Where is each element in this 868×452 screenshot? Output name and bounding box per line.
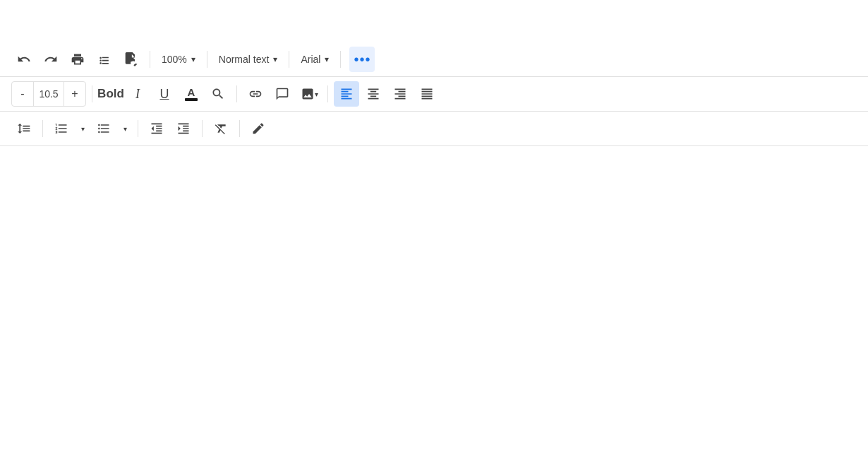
italic-button[interactable]: I	[125, 81, 150, 107]
divider8	[42, 120, 43, 137]
unordered-list-button[interactable]	[91, 116, 116, 141]
underline-button[interactable]: U	[152, 81, 177, 107]
image-icon	[301, 87, 315, 101]
format-options-icon	[97, 52, 111, 66]
plus-icon: +	[71, 88, 78, 100]
align-justify-button[interactable]	[414, 81, 440, 107]
paint-format-button[interactable]	[119, 47, 144, 72]
edit-mode-button[interactable]	[246, 116, 271, 141]
align-right-button[interactable]	[387, 81, 413, 107]
minus-icon: -	[20, 88, 24, 100]
text-color-bar	[185, 98, 198, 101]
paragraph-dropdown-arrow: ▾	[273, 54, 277, 64]
align-left-icon	[339, 87, 354, 101]
edit-icon	[251, 121, 265, 136]
bold-icon: Bold	[97, 87, 124, 101]
image-dropdown-arrow: ▾	[315, 90, 318, 98]
highlight-icon	[211, 87, 225, 101]
highlight-button[interactable]	[205, 81, 231, 107]
divider11	[239, 120, 240, 137]
font-size-input[interactable]	[33, 81, 64, 107]
line-spacing-button[interactable]	[11, 116, 37, 141]
paint-format-icon	[124, 52, 138, 66]
font-dropdown-arrow: ▾	[325, 54, 329, 64]
divider1	[150, 51, 150, 68]
toolbar-row3: ▾ ▾	[0, 112, 868, 146]
paragraph-style-value: Normal text	[219, 54, 270, 65]
line-spacing-icon	[17, 121, 31, 136]
underline-icon: U	[160, 87, 169, 102]
zoom-dropdown-arrow: ▾	[191, 54, 195, 64]
redo-button[interactable]	[38, 47, 64, 72]
ordered-list-dropdown[interactable]: ▾	[76, 116, 90, 141]
align-justify-icon	[420, 87, 434, 101]
align-center-button[interactable]	[361, 81, 386, 107]
zoom-value: 100%	[162, 54, 187, 65]
increase-indent-button[interactable]	[171, 116, 196, 141]
insert-comment-button[interactable]	[270, 81, 295, 107]
font-select[interactable]: Arial ▾	[295, 47, 334, 72]
toolbar-row1: 100% ▾ Normal text ▾ Arial ▾ •••	[0, 42, 868, 77]
decrease-indent-icon	[150, 121, 164, 136]
divider5	[92, 85, 92, 102]
link-icon	[248, 87, 263, 101]
font-size-increase-button[interactable]: +	[64, 81, 85, 107]
align-left-button[interactable]	[334, 81, 359, 107]
print-button[interactable]	[65, 47, 90, 72]
insert-link-button[interactable]	[243, 81, 268, 107]
clear-formatting-icon	[214, 121, 228, 136]
format-options-button[interactable]	[92, 47, 117, 72]
paragraph-style-select[interactable]: Normal text ▾	[213, 47, 284, 72]
font-size-control: - +	[11, 81, 86, 107]
unordered-list-arrow: ▾	[123, 125, 127, 133]
comment-icon	[275, 87, 289, 101]
insert-image-button[interactable]: ▾	[296, 81, 322, 107]
align-center-icon	[366, 87, 380, 101]
zoom-select[interactable]: 100% ▾	[156, 47, 201, 72]
more-options-button[interactable]: •••	[349, 47, 375, 72]
divider7	[327, 85, 328, 102]
divider9	[138, 120, 138, 137]
undo-button[interactable]	[11, 47, 37, 72]
divider3	[289, 51, 289, 68]
ordered-list-button[interactable]	[49, 116, 74, 141]
ordered-list-icon	[54, 121, 68, 136]
redo-icon	[44, 52, 58, 66]
unordered-list-icon	[97, 121, 111, 136]
bold-button[interactable]: Bold	[98, 81, 123, 107]
font-size-decrease-button[interactable]: -	[12, 81, 33, 107]
align-right-icon	[393, 87, 407, 101]
divider4	[340, 51, 341, 68]
decrease-indent-button[interactable]	[144, 116, 169, 141]
italic-icon: I	[135, 87, 140, 102]
font-value: Arial	[301, 54, 320, 65]
text-color-button[interactable]: A	[179, 81, 204, 107]
more-dots-icon: •••	[354, 52, 370, 68]
text-color-icon: A	[185, 87, 198, 101]
ordered-list-arrow: ▾	[81, 125, 85, 133]
divider2	[207, 51, 207, 68]
unordered-list-dropdown[interactable]: ▾	[118, 116, 132, 141]
toolbar-container: 100% ▾ Normal text ▾ Arial ▾ ••• - +	[0, 0, 868, 146]
undo-icon	[17, 52, 31, 66]
divider10	[202, 120, 203, 137]
divider6	[236, 85, 237, 102]
clear-formatting-button[interactable]	[208, 116, 234, 141]
toolbar-row2: - + Bold I U A	[0, 77, 868, 112]
increase-indent-icon	[176, 121, 191, 136]
print-icon	[71, 52, 85, 66]
